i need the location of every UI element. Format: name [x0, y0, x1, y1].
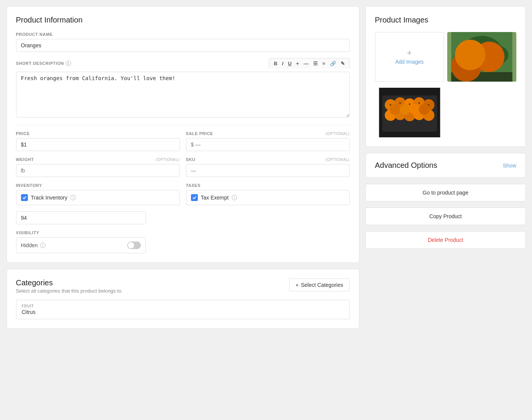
categories-header: Categories Select all categories that th… [16, 278, 350, 294]
track-inventory-checkbox-field[interactable]: Track Inventory i [16, 190, 180, 205]
toolbar-underline[interactable]: U [286, 60, 293, 67]
select-categories-label: Select Categories [301, 282, 343, 288]
svg-point-25 [390, 104, 400, 115]
svg-point-27 [409, 104, 420, 114]
select-categories-button[interactable]: + Select Categories [289, 278, 350, 291]
short-description-input[interactable]: Fresh oranges from California. You'll lo… [16, 72, 350, 117]
svg-point-9 [471, 53, 473, 55]
images-grid: + Add Images [375, 32, 516, 137]
svg-point-5 [467, 49, 477, 60]
tax-exempt-info-icon: i [232, 195, 237, 200]
section-separator [16, 125, 350, 125]
select-categories-plus-icon: + [296, 282, 299, 288]
toolbar-bold[interactable]: B [272, 60, 279, 67]
track-inventory-label: Track Inventory [31, 195, 68, 201]
category-tag-value: Citrus [22, 309, 344, 315]
inventory-taxes-row: INVENTORY Track Inventory i T [16, 183, 350, 205]
sale-price-input[interactable] [186, 138, 350, 151]
advanced-options-show-button[interactable]: Show [503, 163, 516, 169]
toolbar-italic[interactable]: I [280, 60, 285, 67]
product-information-card: Product Information PRODUCT NAME SHORT D… [6, 6, 359, 263]
inventory-field: INVENTORY Track Inventory i [16, 183, 180, 205]
svg-point-33 [428, 104, 429, 106]
svg-point-8 [474, 54, 485, 65]
product-info-title: Product Information [16, 16, 350, 24]
category-tag-label: FRUIT [22, 304, 344, 308]
visibility-toggle[interactable] [127, 241, 141, 249]
advanced-options-title: Advanced Options [375, 161, 437, 170]
track-inventory-info-icon: i [70, 195, 76, 200]
go-to-product-page-button[interactable]: Go to product page [365, 184, 526, 201]
price-input[interactable] [16, 138, 180, 151]
toolbar-ordered-list[interactable]: ☰ [312, 60, 319, 67]
short-description-label: SHORT DESCRIPTION i [16, 61, 71, 66]
product-image-2 [375, 88, 444, 137]
svg-point-10 [487, 51, 488, 53]
product-image-1 [447, 32, 516, 82]
visibility-label: VISIBILITY [16, 230, 350, 235]
track-inventory-checkbox[interactable] [21, 194, 28, 201]
delete-product-button[interactable]: Delete Product [365, 231, 526, 249]
toolbar-brush[interactable]: ✎ [339, 60, 346, 67]
price-label: PRICE [16, 131, 180, 136]
tax-exempt-checkbox[interactable] [191, 194, 198, 201]
sale-price-label: SALE PRICE (OPTIONAL) [186, 131, 350, 136]
price-field: PRICE [16, 131, 180, 151]
category-tag-fruit: FRUIT Citrus [16, 300, 350, 319]
weight-input[interactable] [16, 164, 180, 177]
advanced-options-card: Advanced Options Show [365, 153, 526, 178]
weight-label: WEIGHT (OPTIONAL) [16, 157, 180, 162]
visibility-info-icon: i [40, 243, 45, 248]
toolbar-plus[interactable]: + [294, 60, 301, 67]
toolbar-minus[interactable]: — [302, 60, 310, 67]
product-images-card: Product Images + Add Images [365, 6, 526, 147]
svg-point-28 [419, 104, 429, 115]
categories-subtitle: Select all categories that this product … [16, 288, 123, 294]
svg-point-31 [409, 103, 410, 105]
svg-point-29 [390, 104, 391, 106]
weight-sku-row: WEIGHT (OPTIONAL) SKU (OPTIONAL) [16, 157, 350, 177]
inventory-count-input[interactable] [16, 211, 146, 224]
copy-product-button[interactable]: Copy Product [365, 208, 526, 225]
toolbar-unordered-list[interactable]: ≡ [321, 60, 327, 67]
sku-field: SKU (OPTIONAL) [186, 157, 350, 177]
tax-exempt-checkbox-field[interactable]: Tax Exempt i [186, 190, 350, 205]
sku-input[interactable] [186, 164, 350, 177]
sku-label: SKU (OPTIONAL) [186, 157, 350, 162]
visibility-toggle-container: Hidden i [16, 237, 146, 253]
categories-card: Categories Select all categories that th… [6, 269, 359, 329]
categories-title-block: Categories Select all categories that th… [16, 278, 123, 294]
inventory-label: INVENTORY [16, 183, 180, 188]
short-description-info-icon: i [66, 61, 71, 66]
svg-point-11 [479, 59, 480, 60]
product-images-title: Product Images [375, 16, 516, 24]
categories-title: Categories [16, 278, 123, 287]
toolbar-link[interactable]: 🔗 [328, 60, 338, 67]
visibility-field: VISIBILITY Hidden i [16, 230, 350, 253]
price-row: PRICE SALE PRICE (OPTIONAL) [16, 131, 350, 151]
svg-point-4 [466, 48, 478, 60]
svg-point-2 [453, 48, 480, 69]
product-name-label: PRODUCT NAME [16, 32, 350, 37]
svg-point-32 [418, 102, 420, 104]
description-toolbar: B I U + — ☰ ≡ 🔗 ✎ [269, 58, 350, 69]
visibility-toggle-label: Hidden i [21, 242, 45, 248]
svg-point-26 [399, 104, 410, 115]
inventory-count-field [16, 211, 350, 224]
add-images-label: Add Images [395, 59, 424, 65]
sale-price-field: SALE PRICE (OPTIONAL) [186, 131, 350, 151]
add-images-plus-icon: + [407, 49, 412, 57]
product-name-input[interactable] [16, 39, 350, 52]
weight-field: WEIGHT (OPTIONAL) [16, 157, 180, 177]
add-images-box[interactable]: + Add Images [375, 32, 444, 82]
taxes-label: TAXES [186, 183, 350, 188]
taxes-field: TAXES Tax Exempt i [186, 183, 350, 205]
svg-rect-12 [451, 72, 512, 82]
svg-point-30 [399, 102, 401, 104]
tax-exempt-label: Tax Exempt [201, 195, 229, 201]
